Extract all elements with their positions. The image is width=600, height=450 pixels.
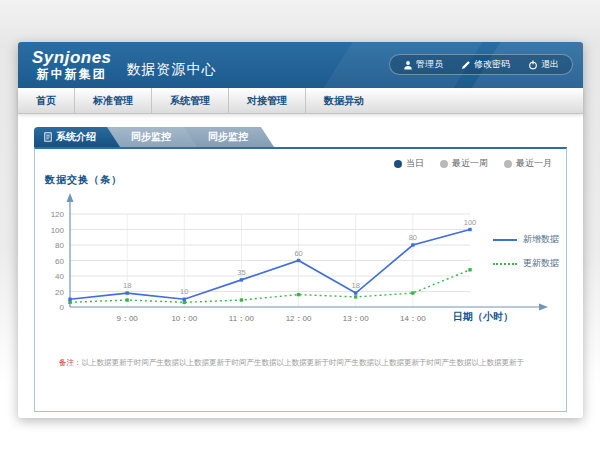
power-icon <box>528 60 538 70</box>
chart-panel: 当日 最近一周 最近一月 数据交换（条） 0204060801001209：00… <box>34 147 567 412</box>
svg-text:20: 20 <box>55 288 64 297</box>
nav-item-data-change[interactable]: 数据异动 <box>306 88 382 113</box>
legend-item-new-data: 新增数据 <box>493 233 559 246</box>
svg-text:12：00: 12：00 <box>286 314 312 323</box>
svg-text:60: 60 <box>294 249 302 258</box>
svg-text:80: 80 <box>409 233 417 242</box>
brand-logo-cn: 新中新集团 <box>32 68 112 82</box>
admin-user-label: 管理员 <box>416 58 443 71</box>
logout-button[interactable]: 退出 <box>519 58 568 71</box>
svg-text:10：00: 10：00 <box>171 314 197 323</box>
brand-logo: Synjones 新中新集团 <box>32 48 112 81</box>
tab-sync-monitor-1[interactable]: 同步监控 <box>105 127 197 147</box>
legend-line-solid <box>493 239 517 241</box>
admin-user-button[interactable]: 管理员 <box>394 58 452 71</box>
svg-text:120: 120 <box>51 210 65 219</box>
nav-item-standard-mgmt[interactable]: 标准管理 <box>75 88 152 113</box>
app-window: Synjones 新中新集团 数据资源中心 管理员 修改密码 <box>18 42 583 418</box>
svg-text:60: 60 <box>55 257 64 266</box>
legend-label: 新增数据 <box>523 233 559 246</box>
svg-text:100: 100 <box>51 226 65 235</box>
legend-line-dotted <box>493 263 517 265</box>
tab-label: 同步监控 <box>131 127 171 147</box>
svg-text:11：00: 11：00 <box>229 314 255 323</box>
brand-logo-en: Synjones <box>32 48 112 68</box>
tab-label: 系统介绍 <box>56 127 96 147</box>
svg-text:9：00: 9：00 <box>116 314 138 323</box>
change-password-label: 修改密码 <box>474 58 510 71</box>
svg-text:13：00: 13：00 <box>343 314 369 323</box>
svg-text:35: 35 <box>237 268 245 277</box>
nav-item-home[interactable]: 首页 <box>18 88 75 113</box>
svg-text:0: 0 <box>60 303 65 312</box>
document-icon <box>44 132 52 142</box>
svg-text:18: 18 <box>352 281 360 290</box>
legend-label: 更新数据 <box>523 257 559 270</box>
page-background: { "window": { "brand_en": "Synjones", "b… <box>0 0 600 450</box>
page-title: 数据资源中心 <box>127 61 217 79</box>
svg-text:40: 40 <box>55 272 64 281</box>
user-toolbar: 管理员 修改密码 退出 <box>389 54 573 75</box>
change-password-button[interactable]: 修改密码 <box>452 58 519 71</box>
app-header: Synjones 新中新集团 数据资源中心 管理员 修改密码 <box>18 42 583 88</box>
tab-label: 同步监控 <box>208 127 248 147</box>
tab-system-intro[interactable]: 系统介绍 <box>34 127 120 147</box>
main-nav: 首页 标准管理 系统管理 对接管理 数据异动 <box>18 88 583 114</box>
edit-icon <box>461 60 471 70</box>
user-icon <box>403 60 413 70</box>
svg-text:100: 100 <box>464 218 477 227</box>
x-axis-title: 日期（小时） <box>453 310 513 324</box>
svg-text:14：00: 14：00 <box>400 314 426 323</box>
tab-bar: 系统介绍 同步监控 同步监控 <box>34 127 567 147</box>
note-text: 以上数据更新于时间产生数据以上数据更新于时间产生数据以上数据更新于时间产生数据以… <box>82 358 525 367</box>
svg-text:18: 18 <box>123 281 131 290</box>
legend-item-updated-data: 更新数据 <box>493 257 559 270</box>
nav-item-system-mgmt[interactable]: 系统管理 <box>152 88 229 113</box>
nav-item-interface-mgmt[interactable]: 对接管理 <box>229 88 306 113</box>
line-chart: 0204060801001209：0010：0011：0012：0013：001… <box>35 149 566 331</box>
footer-note: 备注：以上数据更新于时间产生数据以上数据更新于时间产生数据以上数据更新于时间产生… <box>59 358 557 368</box>
svg-text:10: 10 <box>180 287 188 296</box>
content-area: 系统介绍 同步监控 同步监控 当日 最近一周 <box>18 114 583 412</box>
tab-sync-monitor-2[interactable]: 同步监控 <box>182 127 274 147</box>
note-label: 备注： <box>59 358 82 367</box>
logout-label: 退出 <box>541 58 559 71</box>
svg-text:80: 80 <box>55 241 64 250</box>
chart-legend: 新增数据 更新数据 <box>493 233 559 281</box>
